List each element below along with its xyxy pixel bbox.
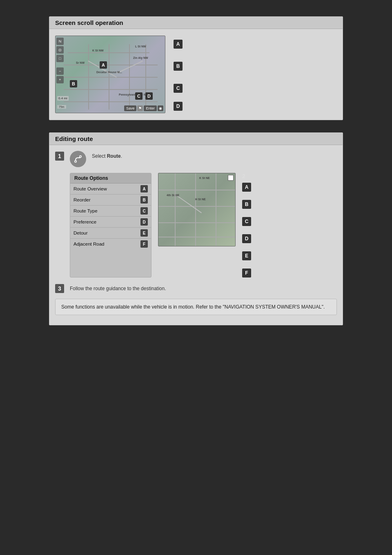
step2-badge-f: F (242, 269, 251, 278)
route-option-adjacent-label: Adjacent Road (74, 242, 104, 246)
map-label-l-st: L St NW (135, 45, 146, 48)
map-checkbox[interactable] (228, 175, 234, 181)
svg-point-3 (80, 156, 81, 157)
map-mode-icon: □ (56, 55, 64, 62)
small-road-v2 (195, 173, 196, 246)
step2-badge-c: C (242, 217, 251, 226)
content-area: Screen scroll operation N ◎ □ − + (49, 16, 343, 325)
route-option-adjacent[interactable]: Adjacent Road F (70, 239, 151, 249)
route-svg-icon (74, 154, 82, 163)
map-label-decatur: Decatur House M... (96, 71, 122, 74)
page: Screen scroll operation N ◎ □ − + (0, 0, 392, 555)
scroll-map-screenshot: N ◎ □ − + (55, 36, 165, 113)
route-option-detour[interactable]: Detour E (70, 228, 151, 239)
editing-section-title: Editing route (49, 133, 343, 145)
route-option-badge-a: A (140, 185, 148, 192)
route-option-badge-d: D (140, 218, 148, 226)
scale-bar: 75m (57, 105, 66, 109)
badge-b: B (174, 62, 183, 71)
map-label-sr-nw: Sr NW (76, 61, 85, 64)
map-badge-c: C (135, 92, 143, 100)
road-h2 (64, 65, 158, 65)
route-option-badge-e: E (140, 229, 148, 237)
route-option-badge-b: B (140, 196, 148, 204)
road-v4 (145, 44, 146, 110)
small-road-v3 (216, 173, 216, 246)
small-map-label2: H St NE (195, 198, 206, 201)
step1-row: 1 S (55, 151, 337, 167)
step1-description: Select Route. (92, 151, 122, 159)
badge-a: A (174, 40, 183, 49)
small-road-v1 (175, 173, 176, 246)
step2-badge-a: A (242, 183, 251, 192)
route-options-panel: Route Options Route Overview A Reorder B (70, 173, 151, 278)
note-box: Some functions are unavailable while the… (55, 299, 337, 315)
svg-point-2 (75, 161, 76, 162)
route-label-inline: Route (107, 153, 121, 159)
route-option-detour-label: Detour (74, 231, 88, 235)
map-label-zin-aly: Zin Aly NW (133, 56, 148, 59)
route-option-overview-label: Route Overview (74, 186, 107, 191)
route-option-preference-label: Preference (74, 219, 96, 224)
road-h3 (64, 77, 158, 78)
scroll-label-a: A (174, 40, 183, 49)
route-option-badge-f: F (140, 240, 148, 248)
road-v2 (109, 44, 109, 110)
map-badge-a: A (100, 61, 107, 69)
scroll-side-labels: A B C D (174, 36, 183, 113)
small-road-h3 (158, 222, 236, 223)
map-pin-icon: ⚑ (137, 105, 143, 111)
step3-row: 3 Follow the route guidance to the desti… (55, 283, 337, 293)
enter-button-map[interactable]: Enter (144, 105, 157, 111)
road-v1 (88, 44, 89, 110)
route-small-map-inner: K St NE H St NE 4th St NE (158, 173, 235, 246)
step1-number: 1 (55, 152, 64, 161)
step2-labels-area: 2 A B C D E F (242, 173, 251, 278)
editing-section: Editing route 1 (49, 132, 343, 325)
scroll-label-c: C (174, 84, 183, 93)
road-v3 (129, 44, 130, 110)
map-badge-b: B (70, 80, 77, 87)
zoom-in-icon: + (56, 76, 64, 83)
badge-d: D (174, 102, 183, 111)
map-toolbar: Save ⚑ Enter ◉ (124, 105, 163, 111)
zoom-out-icon: − (56, 67, 64, 75)
route-option-reorder[interactable]: Reorder B (70, 195, 151, 206)
route-option-type-label: Route Type (74, 208, 98, 213)
scroll-section: Screen scroll operation N ◎ □ − + (49, 16, 343, 120)
map-label-penn: Pennsylvania Ave NW (119, 93, 149, 96)
route-small-map: K St NE H St NE 4th St NE (158, 173, 236, 246)
route-options-header: Route Options (70, 173, 151, 184)
small-road-h1 (158, 190, 236, 190)
route-option-badge-c: C (140, 207, 148, 215)
road-h4 (64, 89, 158, 90)
step1-content (70, 151, 86, 167)
map-badge-d: D (145, 92, 153, 100)
scroll-label-d: D (174, 102, 183, 111)
step2-area: Route Options Route Overview A Reorder B (70, 173, 337, 278)
step2-badges: A B C D E F (242, 183, 251, 278)
small-road-d1 (174, 194, 202, 213)
map-location-icon: ◉ (158, 105, 163, 111)
small-map-label1: K St NE (199, 177, 210, 179)
route-option-overview[interactable]: Route Overview A (70, 184, 151, 195)
route-option-reorder-label: Reorder (74, 197, 91, 202)
scroll-section-content: N ◎ □ − + (49, 29, 343, 120)
distance-label: 0.4 mi (57, 96, 69, 101)
note-text: Some functions are unavailable while the… (61, 304, 325, 310)
small-map-label3: 4th St NE (167, 194, 179, 197)
small-road-h2 (158, 206, 236, 207)
small-road-h4 (158, 237, 236, 237)
save-button-map[interactable]: Save (124, 105, 137, 111)
editing-section-body: 1 S (49, 151, 343, 325)
scroll-map-inner: N ◎ □ − + (56, 36, 165, 113)
route-option-type[interactable]: Route Type C (70, 206, 151, 217)
map-left-panel: N ◎ □ − + (56, 38, 64, 83)
step3-description: Follow the route guidance to the destina… (70, 283, 166, 291)
route-option-preference[interactable]: Preference D (70, 217, 151, 228)
scroll-section-title: Screen scroll operation (49, 17, 343, 29)
step3-number: 3 (55, 284, 64, 293)
route-button-icon[interactable] (70, 151, 86, 167)
road-h5 (64, 101, 158, 102)
badge-c: C (174, 84, 183, 93)
